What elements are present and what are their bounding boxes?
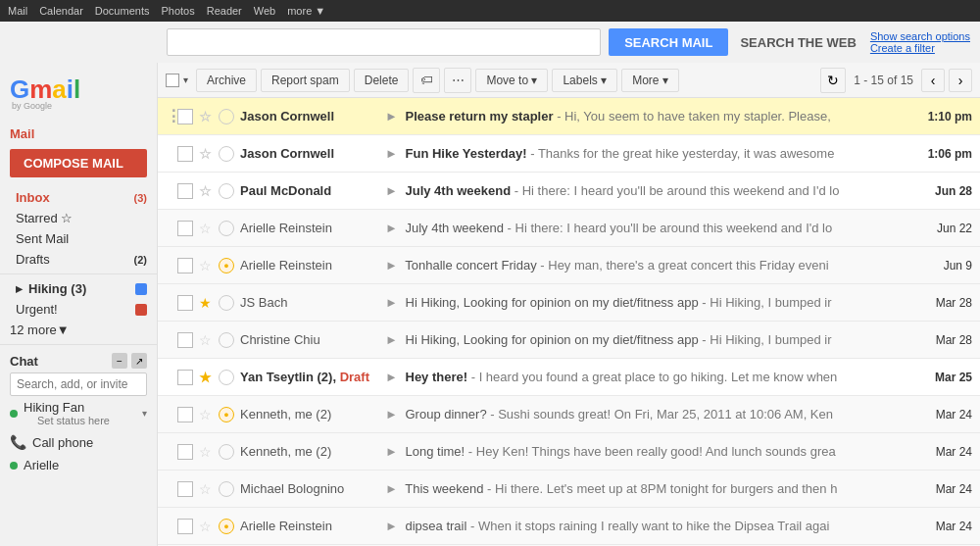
chat-minimize-btn[interactable]: −: [112, 353, 127, 369]
email-list: ⋮⋮ ☆ Jason Cornwell ► Please return my s…: [158, 98, 980, 546]
star-icon[interactable]: ☆: [197, 444, 213, 460]
star-icon[interactable]: ☆: [197, 407, 213, 422]
chat-circle: [219, 332, 234, 348]
gmail-by-google-text: by Google: [12, 101, 147, 111]
compose-mail-button[interactable]: COMPOSE MAIL: [10, 149, 147, 177]
email-row-7[interactable]: ⋮⋮ ★ Yan Tseytlin (2), Draft ► Hey there…: [158, 359, 980, 396]
sidebar-item-sent[interactable]: Sent Mail: [0, 228, 157, 249]
chat-label-text: Chat: [10, 354, 38, 369]
email-subject: Tonhalle concert Friday: [405, 258, 536, 273]
nav-photos[interactable]: Photos: [161, 5, 194, 17]
email-preview: - Hi there: I heard you'll be around thi…: [514, 183, 840, 198]
create-filter-link[interactable]: Create a filter: [870, 42, 970, 54]
row-dots: ⋮⋮: [166, 107, 175, 125]
email-subject-preview: ► This weekend - Hi there. Let's meet up…: [377, 481, 913, 496]
reply-arrow: ►: [385, 444, 398, 459]
email-row-6[interactable]: ⋮⋮ ☆ Christine Chiu ► Hi Hiking, Looking…: [158, 322, 980, 359]
email-checkbox[interactable]: [177, 407, 193, 422]
next-page-button[interactable]: ›: [949, 69, 972, 92]
more-dropdown[interactable]: More ▾: [621, 69, 679, 92]
more-icon-btn[interactable]: ⋯: [444, 68, 471, 93]
select-all-checkbox[interactable]: [166, 74, 179, 87]
select-dropdown-arrow[interactable]: ▾: [183, 74, 188, 85]
email-time: Jun 22: [913, 222, 972, 235]
archive-button[interactable]: Archive: [196, 69, 257, 92]
email-row-4[interactable]: ⋮⋮ ☆ ● Arielle Reinstein ► Tonhalle conc…: [158, 247, 980, 284]
nav-web[interactable]: Web: [254, 5, 275, 17]
email-row-0[interactable]: ⋮⋮ ☆ Jason Cornwell ► Please return my s…: [158, 98, 980, 135]
show-search-options-link[interactable]: Show search options: [870, 30, 970, 42]
chat-user-arielle[interactable]: Arielle: [10, 454, 147, 476]
sidebar-item-starred[interactable]: Starred ☆: [0, 208, 157, 228]
move-to-dropdown[interactable]: Move to ▾: [475, 69, 548, 92]
email-checkbox[interactable]: [177, 146, 193, 162]
email-checkbox[interactable]: [177, 295, 193, 311]
star-icon[interactable]: ☆: [197, 221, 213, 236]
nav-mail[interactable]: Mail: [8, 5, 27, 17]
prev-page-button[interactable]: ‹: [921, 69, 945, 92]
nav-more[interactable]: more ▼: [287, 5, 325, 17]
email-row-11[interactable]: ⋮⋮ ☆ ● Arielle Reinstein ► dipsea trail …: [158, 508, 980, 545]
email-sender: Kenneth, me (2): [240, 407, 377, 422]
star-icon[interactable]: ★: [197, 295, 213, 311]
reply-arrow: ►: [385, 481, 398, 496]
email-subject: Group dinner?: [406, 407, 487, 422]
nav-documents[interactable]: Documents: [95, 5, 150, 17]
email-checkbox[interactable]: [177, 258, 193, 273]
star-icon[interactable]: ★: [197, 370, 213, 385]
star-icon[interactable]: ☆: [197, 481, 213, 497]
search-web-button[interactable]: SEARCH THE WEB: [740, 35, 856, 50]
labels-dropdown[interactable]: Labels ▾: [552, 69, 617, 92]
chat-circle: [219, 183, 234, 199]
chat-icon: ●: [219, 407, 234, 422]
sidebar-item-drafts[interactable]: Drafts (2): [0, 249, 157, 270]
email-checkbox[interactable]: [177, 183, 193, 199]
row-dots-empty: ⋮⋮: [166, 330, 175, 349]
report-spam-button[interactable]: Report spam: [261, 69, 350, 92]
star-icon[interactable]: ☆: [197, 109, 213, 124]
email-row-9[interactable]: ⋮⋮ ☆ Kenneth, me (2) ► Long time! - Hey …: [158, 433, 980, 471]
tag-icon-btn[interactable]: 🏷: [413, 68, 440, 93]
email-sender: JS Bach: [240, 295, 377, 310]
email-checkbox[interactable]: [177, 481, 193, 497]
email-checkbox[interactable]: [177, 370, 193, 385]
email-sender: Arielle Reinstein: [240, 258, 377, 273]
email-preview: - Hi Hiking, I bumped ir: [702, 332, 831, 347]
sidebar-item-hiking[interactable]: ▸ Hiking (3): [0, 278, 157, 299]
sidebar-item-more[interactable]: 12 more▼: [0, 320, 157, 340]
star-icon[interactable]: ☆: [197, 258, 213, 273]
email-checkbox[interactable]: [177, 332, 193, 348]
search-mail-button[interactable]: SEARCH MAIL: [609, 28, 728, 56]
expand-icon: ▸: [16, 281, 23, 296]
email-row-10[interactable]: ⋮⋮ ☆ Michael Bolognino ► This weekend - …: [158, 471, 980, 508]
refresh-button[interactable]: ↻: [820, 68, 846, 93]
email-sender: Yan Tseytlin (2), Draft: [240, 370, 377, 384]
email-row-8[interactable]: ⋮⋮ ☆ ● Kenneth, me (2) ► Group dinner? -…: [158, 396, 980, 433]
email-row-5[interactable]: ⋮⋮ ★ JS Bach ► Hi Hiking, Looking for op…: [158, 284, 980, 322]
email-checkbox[interactable]: [177, 109, 193, 124]
star-icon[interactable]: ☆: [197, 146, 213, 162]
chat-user-hiking-fan[interactable]: Hiking Fan Set status here ▾: [10, 396, 147, 430]
nav-calendar[interactable]: Calendar: [39, 5, 83, 17]
star-icon[interactable]: ☆: [197, 332, 213, 348]
call-phone-item[interactable]: 📞 Call phone: [10, 430, 147, 454]
email-subject: July 4th weekend: [406, 221, 504, 235]
sidebar-item-urgent[interactable]: Urgent!: [0, 299, 157, 320]
nav-reader[interactable]: Reader: [207, 5, 242, 17]
search-input[interactable]: [167, 28, 601, 56]
email-time: Mar 24: [913, 520, 972, 533]
sidebar-item-inbox[interactable]: Inbox (3): [0, 187, 157, 208]
star-icon[interactable]: ☆: [197, 183, 213, 199]
email-subject: This weekend: [405, 481, 483, 496]
email-row-3[interactable]: ⋮⋮ ☆ Arielle Reinstein ► July 4th weeken…: [158, 210, 980, 247]
chat-popout-btn[interactable]: ↗: [131, 353, 147, 369]
delete-button[interactable]: Delete: [354, 69, 410, 92]
email-checkbox[interactable]: [177, 519, 193, 534]
email-row-2[interactable]: ⋮⋮ ☆ Paul McDonald ► July 4th weekend - …: [158, 173, 980, 210]
chat-search-input[interactable]: [10, 372, 147, 396]
email-checkbox[interactable]: [177, 221, 193, 236]
star-icon[interactable]: ☆: [197, 519, 213, 534]
email-checkbox[interactable]: [177, 444, 193, 460]
email-time: Jun 9: [913, 259, 972, 273]
email-row-1[interactable]: ⋮⋮ ☆ Jason Cornwell ► Fun Hike Yesterday…: [158, 135, 980, 173]
